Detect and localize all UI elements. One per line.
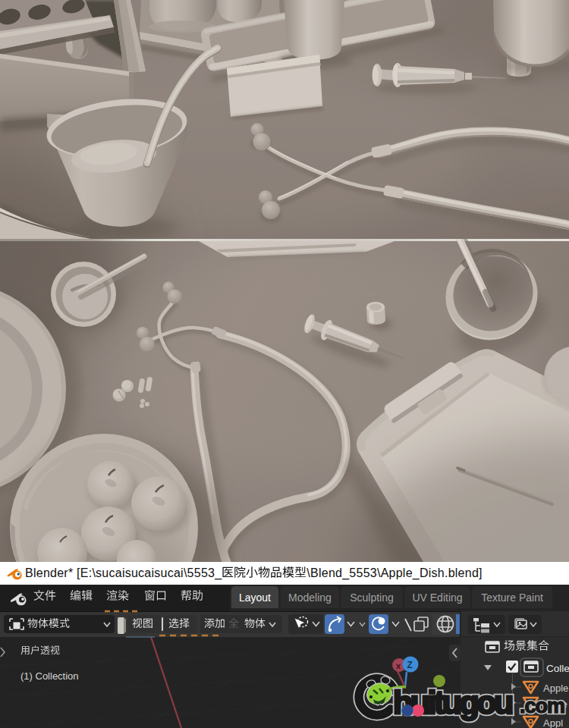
svg-text:x: x [396, 661, 401, 670]
svg-text:Z: Z [407, 660, 413, 670]
svg-text:.com: .com [520, 695, 564, 717]
svg-text:(1) Collection: (1) Collection [20, 670, 79, 682]
